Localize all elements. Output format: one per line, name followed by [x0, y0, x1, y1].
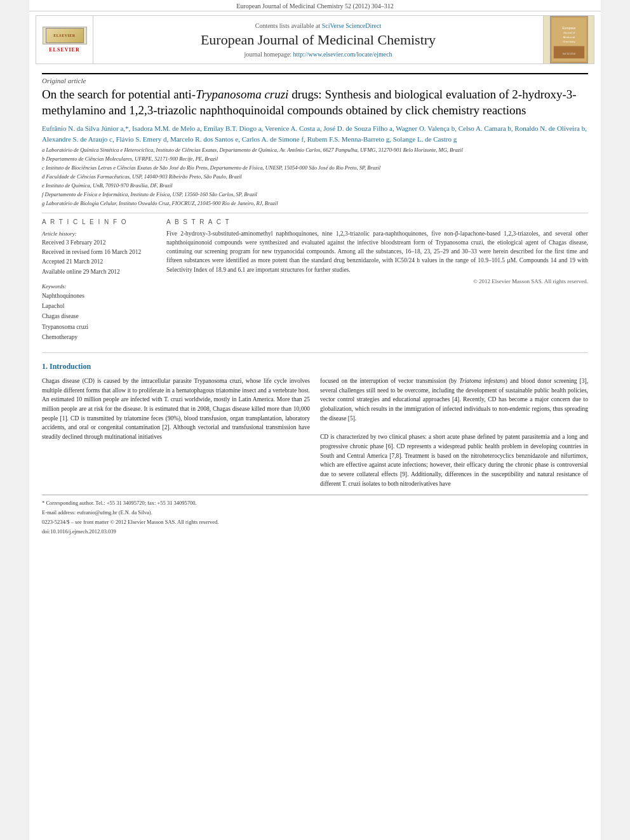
intro-col-left: Chagas disease (CD) is caused by the int… [42, 377, 310, 489]
article-history: Article history: Received 3 February 201… [42, 229, 156, 277]
received-date: Received 3 February 2012 [42, 238, 156, 248]
article-type: Original article [42, 73, 588, 84]
journal-header-center: Contents lists available at SciVerse Sci… [93, 16, 543, 63]
received-revised-date: Received in revised form 16 March 2012 [42, 248, 156, 257]
journal-reference-bar: European Journal of Medicinal Chemistry … [29, 0, 601, 11]
article-content: Original article On the search for poten… [29, 68, 601, 543]
homepage-text: journal homepage: [244, 51, 293, 58]
affiliations: a Laboratório de Química Sintética e Het… [42, 147, 588, 207]
title-part1: On the search for potential anti- [42, 88, 196, 101]
footnote-email: E-mail address: eufranio@ufmg.br (E.N. d… [42, 509, 588, 517]
affiliation-g: g Laboratório de Biologia Celular, Insti… [42, 200, 588, 208]
article-info-abstract: A R T I C L E I N F O Article history: R… [42, 218, 588, 347]
keyword-3: Chagas disease [42, 311, 156, 321]
page: European Journal of Medicinal Chemistry … [29, 0, 601, 840]
elsevier-logo-area: ELSEVIER ELSEVIER [36, 16, 93, 63]
authors-list: Eufrânio N. da Silva Júnior a,*, Isadora… [42, 123, 588, 144]
available-date: Available online 29 March 2012 [42, 267, 156, 277]
introduction-section: 1. Introduction Chagas disease (CD) is c… [42, 362, 588, 489]
sciverse-text: Contents lists available at [255, 22, 322, 29]
keyword-1: Naphthoquinones [42, 291, 156, 301]
svg-text:Journal of: Journal of [563, 31, 575, 34]
svg-text:Chemistry: Chemistry [563, 40, 575, 43]
article-info-column: A R T I C L E I N F O Article history: R… [42, 218, 156, 347]
divider-1 [42, 213, 588, 213]
abstract-label: A B S T R A C T [166, 218, 588, 225]
keywords-block: Keywords: Naphthoquinones Lapachol Chaga… [42, 282, 156, 342]
journal-cover-image: European Journal of Medicinal Chemistry … [550, 16, 588, 63]
journal-title: European Journal of Medicinal Chemistry [201, 32, 436, 48]
footnote-issn: 0223-5234/$ – see front matter © 2012 El… [42, 518, 588, 526]
footnote-area: * Corresponding author. Tel.: +55 31 340… [42, 495, 588, 535]
journal-ref-text: European Journal of Medicinal Chemistry … [236, 3, 393, 10]
keywords-list: Naphthoquinones Lapachol Chagas disease … [42, 291, 156, 342]
elsevier-text: ELSEVIER [49, 47, 79, 53]
sciverse-line: Contents lists available at SciVerse Sci… [255, 22, 382, 29]
article-title: On the search for potential anti-Trypano… [42, 87, 588, 118]
affiliation-c: c Instituto de Biociências Letras e Ciên… [42, 164, 588, 172]
intro-body: Chagas disease (CD) is caused by the int… [42, 377, 588, 489]
divider-2 [42, 352, 588, 353]
history-label: Article history: [42, 229, 156, 238]
copyright-text: © 2012 Elsevier Masson SAS. All rights r… [166, 278, 588, 284]
title-italic: Trypanosoma cruzi [196, 88, 288, 101]
abstract-column: A B S T R A C T Five 2-hydroxy-3-substit… [166, 218, 588, 347]
svg-text:Medicinal: Medicinal [563, 36, 574, 39]
keyword-5: Chemotherapy [42, 332, 156, 342]
accepted-date: Accepted 21 March 2012 [42, 257, 156, 267]
homepage-link[interactable]: http://www.elsevier.com/locate/ejmech [293, 51, 392, 58]
sciverse-link[interactable]: SciVerse ScienceDirect [322, 22, 382, 29]
affiliation-d: d Faculdade de Ciências Farmacêuticas, U… [42, 173, 588, 181]
affiliation-a: a Laboratório de Química Sintética e Het… [42, 147, 588, 154]
affiliation-f: f Departamento de Física e Informática, … [42, 191, 588, 199]
footnote-doi: doi:10.1016/j.ejmech.2012.03.039 [42, 528, 588, 536]
keyword-2: Lapachol [42, 301, 156, 311]
intro-col-right: focused on the interruption of vector tr… [320, 377, 588, 489]
journal-cover-area: European Journal of Medicinal Chemistry … [543, 16, 594, 63]
footnote-corresponding: * Corresponding author. Tel.: +55 31 340… [42, 499, 588, 507]
article-info-label: A R T I C L E I N F O [42, 218, 156, 225]
intro-heading: 1. Introduction [42, 362, 588, 371]
svg-text:European: European [562, 27, 575, 30]
affiliation-e: e Instituto de Química, UnB, 70910-970 B… [42, 182, 588, 190]
keywords-label: Keywords: [42, 282, 156, 291]
elsevier-logo-box: ELSEVIER [43, 27, 87, 44]
journal-header: ELSEVIER ELSEVIER Contents lists availab… [36, 15, 594, 64]
intro-col-right-text: focused on the interruption of vector tr… [320, 378, 588, 487]
svg-text:Vol 52 2012: Vol 52 2012 [562, 53, 575, 55]
keyword-4: Trypanosoma cruzi [42, 322, 156, 332]
abstract-text: Five 2-hydroxy-3-substituted-aminomethyl… [166, 229, 588, 274]
journal-homepage: journal homepage: http://www.elsevier.co… [244, 51, 392, 58]
affiliation-b: b Departamento de Ciências Moleculares, … [42, 156, 588, 163]
